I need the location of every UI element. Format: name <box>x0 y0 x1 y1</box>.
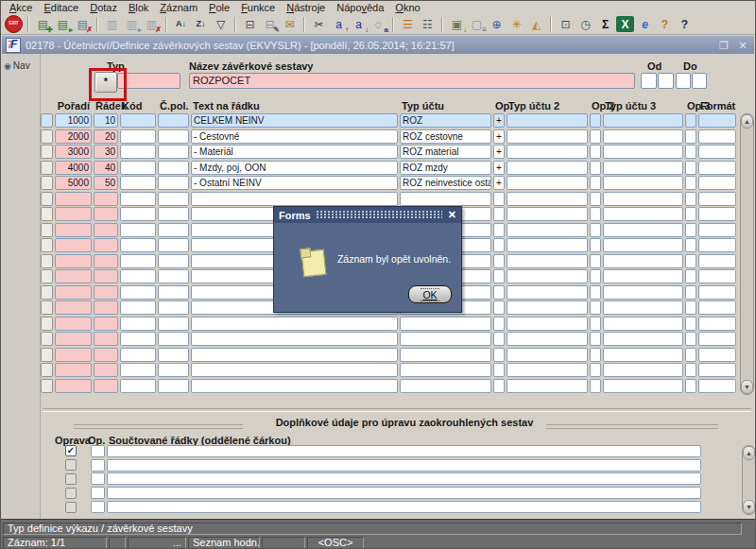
cell-op2[interactable] <box>590 300 601 315</box>
cell-radek[interactable] <box>94 254 118 268</box>
cell-typ_uctu[interactable]: ROZ <box>400 113 491 128</box>
cell-text[interactable] <box>191 332 398 346</box>
cell-op3[interactable] <box>685 363 696 377</box>
cell-radek[interactable] <box>94 363 118 377</box>
cell-op3[interactable] <box>685 238 696 252</box>
cell-radek[interactable]: 50 <box>94 176 118 190</box>
notes-icon[interactable]: ▢≡ <box>468 16 486 32</box>
cell-format[interactable] <box>698 161 736 175</box>
cell-op[interactable]: + <box>493 176 505 190</box>
cell-op3[interactable] <box>685 254 696 268</box>
cell-format[interactable] <box>698 238 736 252</box>
op-field[interactable] <box>91 472 105 485</box>
previous-block-icon[interactable]: ▥ <box>103 16 121 32</box>
cell-kod[interactable] <box>120 363 156 377</box>
rounding-scroll-down-button[interactable]: ▼ <box>743 500 755 514</box>
cell-cpol[interactable] <box>158 348 189 362</box>
cell-kod[interactable] <box>120 332 156 346</box>
oprava-checkbox[interactable] <box>65 502 77 513</box>
cell-kod[interactable] <box>120 161 156 175</box>
cell-radek[interactable] <box>94 317 118 331</box>
cell-op3[interactable] <box>685 161 696 175</box>
cell-cpol[interactable] <box>158 317 189 331</box>
dialog-titlebar[interactable]: Forms ✕ <box>274 207 461 223</box>
cell-text[interactable]: - Mzdy, poj, OON <box>191 161 398 175</box>
cell-sel[interactable] <box>41 113 53 128</box>
cell-typ_uctu2[interactable] <box>507 269 588 283</box>
radky-field[interactable] <box>107 472 701 485</box>
prism-icon[interactable]: ◭ <box>527 16 545 32</box>
find-icon[interactable]: ◌a <box>369 16 387 32</box>
clipboard-icon[interactable]: ▣↓ <box>448 16 466 32</box>
cell-radek[interactable] <box>94 332 118 346</box>
cell-radek[interactable] <box>94 348 118 362</box>
clear-block-icon[interactable]: ▥✗ <box>143 16 161 32</box>
cell-sel[interactable] <box>41 129 53 144</box>
cell-format[interactable] <box>698 113 736 128</box>
menu-item-blok[interactable]: Blok <box>123 2 154 13</box>
cell-kod[interactable] <box>120 113 156 128</box>
excel-icon[interactable]: X <box>616 16 634 32</box>
cell-typ_uctu[interactable] <box>400 317 491 331</box>
od-field-2[interactable] <box>658 73 674 89</box>
cell-kod[interactable] <box>120 285 156 300</box>
cell-format[interactable] <box>698 379 736 393</box>
web-icon[interactable]: ⊕ <box>488 16 506 32</box>
radky-field[interactable] <box>107 445 701 457</box>
cell-cpol[interactable] <box>158 145 189 159</box>
cell-typ_uctu2[interactable] <box>507 238 588 252</box>
cell-typ_uctu[interactable] <box>400 348 491 362</box>
cell-text[interactable] <box>191 363 398 377</box>
cell-typ_uctu2[interactable] <box>507 161 588 175</box>
do-field-2[interactable] <box>692 73 707 89</box>
cell-typ_uctu3[interactable] <box>603 223 683 237</box>
radky-field[interactable] <box>107 487 701 499</box>
cell-op3[interactable] <box>685 145 696 159</box>
cell-poradi[interactable] <box>55 207 92 221</box>
cell-radek[interactable]: 10 <box>94 113 118 128</box>
cell-op[interactable]: + <box>493 113 505 128</box>
cell-op3[interactable] <box>685 348 696 362</box>
cell-sel[interactable] <box>41 269 53 283</box>
cell-typ_uctu[interactable] <box>400 379 491 393</box>
paste-icon[interactable]: a↓ <box>350 16 368 32</box>
cell-op3[interactable] <box>685 379 696 393</box>
cell-op[interactable] <box>493 300 505 315</box>
mdi-titlebar[interactable]: 7 F 02178 - Účetnictví/Definice závěrkov… <box>2 35 754 55</box>
cell-op3[interactable] <box>685 223 696 237</box>
cell-radek[interactable] <box>94 300 118 315</box>
cell-poradi[interactable] <box>55 254 92 268</box>
cell-kod[interactable] <box>120 145 156 159</box>
cell-kod[interactable] <box>120 207 156 221</box>
cell-typ_uctu3[interactable] <box>603 363 683 377</box>
cell-poradi[interactable]: 4000 <box>55 161 92 175</box>
menu-item-záznam[interactable]: Záznam <box>154 2 203 13</box>
cell-radek[interactable] <box>94 223 118 237</box>
radky-field[interactable] <box>107 459 701 472</box>
cell-op3[interactable] <box>685 317 696 331</box>
cell-typ_uctu3[interactable] <box>603 129 683 144</box>
cell-op2[interactable] <box>590 332 601 346</box>
cell-poradi[interactable] <box>55 238 92 252</box>
cell-cpol[interactable] <box>158 332 189 346</box>
cell-poradi[interactable] <box>55 300 92 315</box>
cell-op[interactable] <box>493 207 505 221</box>
do-field-1[interactable] <box>676 73 691 89</box>
cell-op2[interactable] <box>590 192 601 206</box>
cell-typ_uctu3[interactable] <box>603 207 683 221</box>
cell-typ_uctu2[interactable] <box>507 348 588 362</box>
cell-typ_uctu2[interactable] <box>507 145 588 159</box>
cell-format[interactable] <box>698 363 736 377</box>
cell-typ_uctu2[interactable] <box>507 285 588 300</box>
cell-kod[interactable] <box>120 379 156 393</box>
next-block-icon[interactable]: ▥▸ <box>123 16 141 32</box>
rounding-scroll-up-button[interactable]: ▲ <box>743 446 755 460</box>
menu-item-funkce[interactable]: Funkce <box>235 2 281 13</box>
cell-sel[interactable] <box>41 332 53 346</box>
cell-op[interactable] <box>493 363 505 377</box>
copy-icon[interactable]: a↑ <box>330 16 348 32</box>
cell-typ_uctu2[interactable] <box>507 176 588 190</box>
sort-ascending-icon[interactable]: A↓ <box>172 16 190 32</box>
about-icon[interactable]: ? <box>656 16 674 32</box>
cell-format[interactable] <box>698 145 736 159</box>
